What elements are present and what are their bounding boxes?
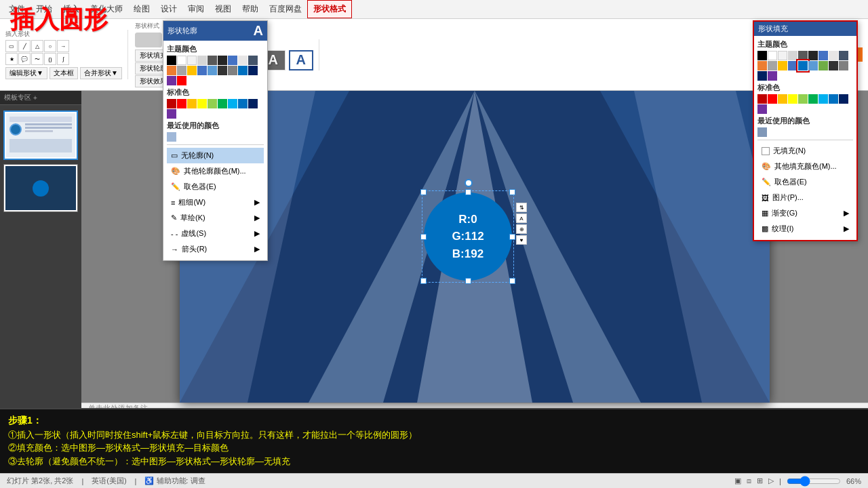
menu-review[interactable]: 审阅 bbox=[182, 1, 210, 18]
fill-theme-colors[interactable] bbox=[757, 51, 853, 81]
fill-std-blue[interactable] bbox=[829, 94, 838, 104]
slide-list-item-1[interactable]: 1 bbox=[3, 110, 78, 160]
fill-color-blue2[interactable] bbox=[788, 61, 797, 70]
textbox-btn[interactable]: 文本框 bbox=[50, 67, 78, 79]
handle-tl[interactable] bbox=[420, 189, 427, 195]
std-color-darkred[interactable] bbox=[167, 99, 176, 108]
menu-baidu[interactable]: 百度网盘 bbox=[264, 1, 307, 18]
sketch-option[interactable]: ✎ 草绘(K) ▶ bbox=[167, 210, 264, 226]
handle-br[interactable] bbox=[509, 278, 515, 284]
style-preset-1[interactable] bbox=[135, 33, 162, 47]
texture-option[interactable]: ▩ 纹理(I) ▶ bbox=[757, 221, 853, 237]
fill-color-offwhite[interactable] bbox=[829, 51, 838, 60]
fill-recent-color-1[interactable] bbox=[757, 127, 767, 137]
edit-shape-btn[interactable]: 编辑形状▼ bbox=[5, 67, 47, 79]
notes-bar[interactable]: 单击此处添加备注 bbox=[81, 403, 868, 408]
handle-bm[interactable] bbox=[465, 278, 471, 284]
std-color-yellow[interactable] bbox=[197, 99, 207, 108]
color-red[interactable] bbox=[177, 76, 186, 85]
recent-color-1[interactable] bbox=[167, 132, 176, 142]
shape-rect[interactable]: ▭ bbox=[5, 40, 18, 52]
std-color-red[interactable] bbox=[177, 99, 186, 108]
color-lightgray[interactable] bbox=[187, 56, 197, 65]
fill-color-black[interactable] bbox=[757, 51, 767, 60]
handle-tr[interactable] bbox=[509, 189, 515, 195]
color-navyblue[interactable] bbox=[248, 66, 258, 75]
handle-tm[interactable] bbox=[465, 189, 471, 195]
fill-color-midgray[interactable] bbox=[768, 61, 777, 70]
color-darkblue1[interactable] bbox=[248, 56, 258, 65]
slide-list-item-2[interactable]: 2 bbox=[3, 164, 78, 212]
fill-color-selected-blue[interactable] bbox=[798, 61, 808, 70]
mini-btn-3[interactable]: ⊕ bbox=[516, 224, 527, 234]
view-normal-icon[interactable]: ▣ bbox=[734, 476, 741, 485]
color-blue4[interactable] bbox=[238, 66, 248, 75]
shape-wave[interactable]: 〜 bbox=[31, 53, 43, 65]
std-color-darkblue[interactable] bbox=[248, 99, 258, 108]
std-color-blue[interactable] bbox=[238, 99, 248, 108]
eyedropper-option[interactable]: ✏️ 取色器(E) bbox=[167, 179, 264, 195]
fill-color-blue3[interactable] bbox=[808, 61, 818, 70]
fill-std-purple[interactable] bbox=[757, 104, 767, 114]
fill-color-orange[interactable] bbox=[757, 61, 767, 70]
color-white[interactable] bbox=[177, 56, 186, 65]
color-purple[interactable] bbox=[167, 76, 176, 85]
shape-custom[interactable]: ∫ bbox=[57, 53, 69, 65]
std-color-lightgreen[interactable] bbox=[208, 99, 217, 108]
mini-btn-1[interactable]: ⇅ bbox=[516, 203, 527, 212]
no-fill-option[interactable]: 无填充(N) bbox=[757, 143, 853, 159]
fill-std-cyan[interactable] bbox=[818, 94, 828, 104]
shape-bracket[interactable]: {} bbox=[44, 53, 56, 65]
fill-std-red[interactable] bbox=[768, 94, 777, 104]
color-midgray[interactable] bbox=[177, 66, 186, 75]
fill-std-lightgreen[interactable] bbox=[798, 94, 808, 104]
shape-star[interactable]: ★ bbox=[5, 53, 18, 65]
fill-std-yellow[interactable] bbox=[788, 94, 797, 104]
no-outline-option[interactable]: ▭ 无轮廓(N) bbox=[167, 148, 264, 163]
mini-btn-2[interactable]: A bbox=[516, 214, 527, 223]
fill-standard-colors[interactable] bbox=[757, 94, 853, 114]
color-darkgray[interactable] bbox=[218, 56, 227, 65]
outline-theme-colors[interactable] bbox=[167, 56, 264, 85]
color-gray1[interactable] bbox=[197, 56, 207, 65]
color-blue1[interactable] bbox=[228, 56, 237, 65]
menu-format[interactable]: 形状格式 bbox=[307, 0, 352, 18]
fill-color-purple[interactable] bbox=[768, 71, 777, 81]
fill-std-darkred[interactable] bbox=[757, 94, 767, 104]
fill-color-gray2[interactable] bbox=[798, 51, 808, 60]
color-offwhite[interactable] bbox=[238, 56, 248, 65]
fill-color-gray1[interactable] bbox=[788, 51, 797, 60]
other-fill-color-option[interactable]: 🎨 其他填充颜色(M)... bbox=[757, 159, 853, 174]
fill-color-lightgray[interactable] bbox=[778, 51, 787, 60]
fill-std-orange[interactable] bbox=[778, 94, 787, 104]
shape-line[interactable]: ╱ bbox=[18, 40, 31, 52]
circle-shape[interactable]: R:0 G:112 B:192 bbox=[424, 192, 512, 281]
weight-option[interactable]: ≡ 粗细(W) ▶ bbox=[167, 195, 264, 210]
other-outline-color-option[interactable]: 🎨 其他轮廓颜色(M)... bbox=[167, 163, 264, 179]
color-gray2[interactable] bbox=[208, 56, 217, 65]
fill-color-green[interactable] bbox=[818, 61, 828, 70]
shape-selection-container[interactable]: R:0 G:112 B:192 bbox=[424, 192, 512, 281]
shape-callout[interactable]: 💬 bbox=[18, 53, 31, 65]
fill-color-white[interactable] bbox=[768, 51, 777, 60]
shape-arrow[interactable]: → bbox=[57, 40, 69, 52]
color-gold[interactable] bbox=[187, 66, 197, 75]
fill-color-blue1[interactable] bbox=[818, 51, 828, 60]
arttext-preset-3[interactable]: A bbox=[289, 50, 313, 70]
picture-option[interactable]: 🖼 图片(P)... bbox=[757, 190, 853, 205]
view-slide-icon[interactable]: ⧈ bbox=[747, 476, 751, 485]
handle-ml[interactable] bbox=[420, 234, 427, 240]
std-color-cyan[interactable] bbox=[228, 99, 237, 108]
fill-std-green[interactable] bbox=[808, 94, 818, 104]
color-black[interactable] bbox=[167, 56, 176, 65]
menu-view[interactable]: 视图 bbox=[210, 1, 237, 18]
fill-color-gold[interactable] bbox=[778, 61, 787, 70]
color-orange[interactable] bbox=[167, 66, 176, 75]
shape-triangle[interactable]: △ bbox=[31, 40, 43, 52]
zoom-slider[interactable] bbox=[787, 476, 841, 487]
outline-standard-colors[interactable] bbox=[167, 99, 264, 119]
fill-color-darkgray[interactable] bbox=[808, 51, 818, 60]
menu-help[interactable]: 帮助 bbox=[237, 1, 264, 18]
color-medium[interactable] bbox=[228, 66, 237, 75]
fill-color-darkblue1[interactable] bbox=[839, 51, 848, 60]
